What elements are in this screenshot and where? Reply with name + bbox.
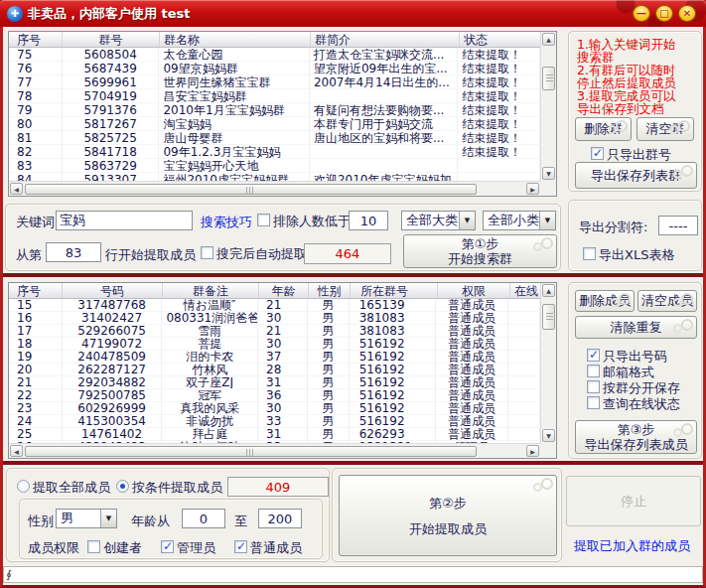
member-table-rows: 15 317487768 情お温顺″ 21 男 165139 普通成员 16 3… bbox=[9, 299, 540, 443]
column-header[interactable]: 性别 bbox=[309, 283, 351, 298]
age-from-input[interactable] bbox=[182, 509, 225, 528]
email-format-checkbox[interactable] bbox=[587, 365, 600, 377]
remove-duplicates-button[interactable]: 清除重复 bbox=[575, 316, 697, 339]
table-row[interactable]: 83 5863729 宝宝妈妈开心天地 bbox=[9, 159, 540, 173]
delete-group-button[interactable]: 删除群 bbox=[575, 117, 632, 141]
scrollbar-thumb[interactable] bbox=[542, 67, 555, 90]
section-divider bbox=[3, 461, 703, 465]
delimiter-input[interactable] bbox=[658, 216, 698, 235]
stop-button[interactable]: 停止 bbox=[566, 476, 701, 526]
extract-conditions-panel: 提取全部成员 按条件提取成员 409 性别 男 ▼ 年龄从 至 成员权限 创建者… bbox=[6, 468, 330, 562]
from-row-input[interactable] bbox=[46, 242, 101, 262]
horizontal-scrollbar[interactable]: ◀ ▶ bbox=[9, 181, 540, 196]
step2-panel: 第②步 开始提取成员 bbox=[332, 468, 562, 562]
table-row[interactable]: 16 31402427 080331润润爸爸 30 男 381083 普通成员 bbox=[9, 312, 540, 325]
keyword-label: 关键词: bbox=[16, 214, 59, 231]
scrollbar-thumb[interactable] bbox=[542, 304, 555, 330]
chevron-down-icon[interactable]: ▼ bbox=[539, 212, 555, 229]
table-row[interactable]: 76 5687439 09望京妈妈群 望京附近09年出生的宝... 结束提取！ bbox=[9, 62, 540, 75]
column-header[interactable]: 群号 bbox=[63, 32, 160, 47]
table-row[interactable]: 18 47199072 菩提 30 男 516192 普通成员 bbox=[9, 338, 540, 351]
clear-members-button[interactable]: 清空成员 bbox=[637, 290, 697, 312]
delimiter-label: 导出分割符: bbox=[579, 219, 647, 236]
admin-checkbox[interactable] bbox=[161, 540, 174, 553]
table-row[interactable]: 17 529266075 雪雨 21 男 381083 普通成员 bbox=[9, 325, 540, 338]
column-header[interactable]: 序号 bbox=[9, 283, 63, 298]
exclude-members-label: 排除人数低于 bbox=[273, 213, 351, 230]
column-header[interactable]: 号码 bbox=[63, 283, 163, 298]
column-header[interactable]: 群简介 bbox=[311, 32, 460, 47]
column-header[interactable]: 状态 bbox=[460, 32, 542, 47]
delete-member-button[interactable]: 删除成员 bbox=[575, 290, 635, 312]
column-header[interactable]: 序号 bbox=[9, 32, 63, 47]
step3-export-members-button[interactable]: 第③步 导出保存列表成员 bbox=[575, 420, 697, 454]
regular-member-checkbox[interactable] bbox=[234, 540, 247, 553]
table-row[interactable]: 81 5825725 唐山母婴群 唐山地区的宝妈和将要... 结束提取！ bbox=[9, 131, 540, 145]
step2-extract-members-button[interactable]: 第②步 开始提取成员 bbox=[339, 475, 557, 556]
column-header[interactable]: 所在群号 bbox=[351, 283, 438, 298]
table-row[interactable]: 78 5704919 昌安宝宝妈妈群 结束提取！ bbox=[9, 89, 540, 103]
column-header[interactable]: 群名称 bbox=[160, 32, 311, 47]
chevron-down-icon[interactable]: ▼ bbox=[459, 212, 475, 229]
table-row[interactable]: 79 5791376 2010年1月宝宝妈妈群 有疑问有想法要购物要... 结束… bbox=[9, 103, 540, 117]
scroll-down-icon[interactable]: ▼ bbox=[542, 167, 555, 180]
minimize-button[interactable]: — bbox=[633, 5, 650, 22]
search-tips-link[interactable]: 搜索技巧 bbox=[201, 214, 252, 231]
scroll-left-icon[interactable]: ◀ bbox=[10, 445, 23, 457]
table-row[interactable]: 23 602926999 真我的风采 30 男 516192 普通成员 bbox=[9, 402, 540, 415]
step1-search-groups-button[interactable]: 第①步 开始搜索群 bbox=[403, 234, 557, 268]
only-export-number-checkbox[interactable] bbox=[587, 349, 600, 362]
exclude-members-checkbox[interactable] bbox=[257, 214, 270, 226]
maximize-button[interactable]: □ bbox=[655, 5, 673, 22]
scrollbar-thumb[interactable] bbox=[25, 184, 477, 195]
vertical-scrollbar[interactable]: ▲ ▼ bbox=[540, 32, 556, 181]
export-group-list-button[interactable]: 导出保存列表群 bbox=[575, 162, 697, 189]
minor-category-select[interactable]: 全部小类 ▼ bbox=[483, 211, 556, 230]
table-row[interactable]: 21 292034882 双子座ZJ 31 男 516192 普通成员 bbox=[9, 376, 540, 389]
table-row[interactable]: 80 5817267 淘宝妈妈 本群专门用于妈妈交流 结束提取！ bbox=[9, 117, 540, 131]
window-title: 非卖品，内部客户使用 test bbox=[28, 5, 191, 23]
scrollbar-thumb[interactable] bbox=[25, 446, 477, 457]
table-row[interactable]: 15 317487768 情お温顺″ 21 男 165139 普通成员 bbox=[9, 299, 540, 312]
only-export-group-id-checkbox[interactable] bbox=[591, 147, 604, 160]
chevron-down-icon[interactable]: ▼ bbox=[100, 510, 116, 527]
query-online-status-checkbox[interactable] bbox=[587, 396, 600, 409]
scroll-left-icon[interactable]: ◀ bbox=[10, 183, 23, 195]
exclude-threshold-input[interactable] bbox=[349, 211, 388, 230]
extract-joined-groups-link[interactable]: 提取已加入群的成员 bbox=[574, 537, 690, 555]
horizontal-scrollbar[interactable]: ◀ ▶ bbox=[9, 443, 540, 458]
scroll-up-icon[interactable]: ▲ bbox=[542, 33, 555, 46]
from-row-suffix-label: 行开始提取成员 bbox=[105, 246, 196, 264]
close-button[interactable]: ✕ bbox=[678, 5, 696, 22]
scroll-up-icon[interactable]: ▲ bbox=[542, 284, 555, 297]
keyword-input[interactable] bbox=[56, 211, 193, 230]
gender-select[interactable]: 男 ▼ bbox=[56, 509, 117, 528]
major-category-select[interactable]: 全部大类 ▼ bbox=[401, 211, 476, 230]
age-to-input[interactable] bbox=[258, 509, 302, 528]
scroll-down-icon[interactable]: ▼ bbox=[542, 429, 555, 442]
column-header[interactable]: 群备注 bbox=[163, 283, 259, 298]
column-header[interactable]: 权限 bbox=[438, 283, 510, 298]
table-row[interactable]: 20 262287127 竹林风 28 男 516192 普通成员 bbox=[9, 364, 540, 376]
table-row[interactable]: 19 240478509 泪的卡农 37 男 516192 普通成员 bbox=[9, 351, 540, 364]
extract-all-radio[interactable] bbox=[17, 480, 30, 493]
column-header[interactable]: 在线 bbox=[510, 283, 542, 298]
table-row[interactable]: 22 792500785 冠军 36 男 516192 普通成员 bbox=[9, 389, 540, 402]
table-row[interactable]: 84 5913307 福州2010虎宝宝妈妈群 欢迎2010年虎宝宝妈妈加 bbox=[9, 173, 540, 181]
swirl-decoration-icon bbox=[673, 423, 693, 437]
table-row[interactable]: 25 14761402 拜占庭 31 男 626293 普通成员 bbox=[9, 428, 540, 441]
save-by-group-checkbox[interactable] bbox=[587, 380, 600, 393]
table-row[interactable]: 82 5841718 09年1.2.3月宝宝妈妈 结束提取！ bbox=[9, 145, 540, 159]
table-row[interactable]: 75 5608504 太仓童心园 打造太仓宝宝妈咪交流... 结束提取！ bbox=[9, 48, 540, 62]
scroll-right-icon[interactable]: ▶ bbox=[526, 183, 539, 195]
auto-extract-checkbox[interactable] bbox=[201, 246, 213, 259]
export-xls-checkbox[interactable] bbox=[583, 247, 596, 260]
clear-groups-button[interactable]: 清空群 bbox=[636, 117, 694, 141]
column-header[interactable]: 年龄 bbox=[259, 283, 309, 298]
creator-checkbox[interactable] bbox=[87, 540, 100, 553]
vertical-scrollbar[interactable]: ▲ ▼ bbox=[540, 283, 556, 443]
extract-by-condition-radio[interactable] bbox=[116, 480, 129, 493]
scroll-right-icon[interactable]: ▶ bbox=[526, 445, 539, 457]
table-row[interactable]: 77 5699961 世界同生缘猪宝宝群 2007年4月14日出生的... 结束… bbox=[9, 75, 540, 89]
table-row[interactable]: 24 415300354 非诚勿扰 33 男 516192 普通成员 bbox=[9, 415, 540, 428]
